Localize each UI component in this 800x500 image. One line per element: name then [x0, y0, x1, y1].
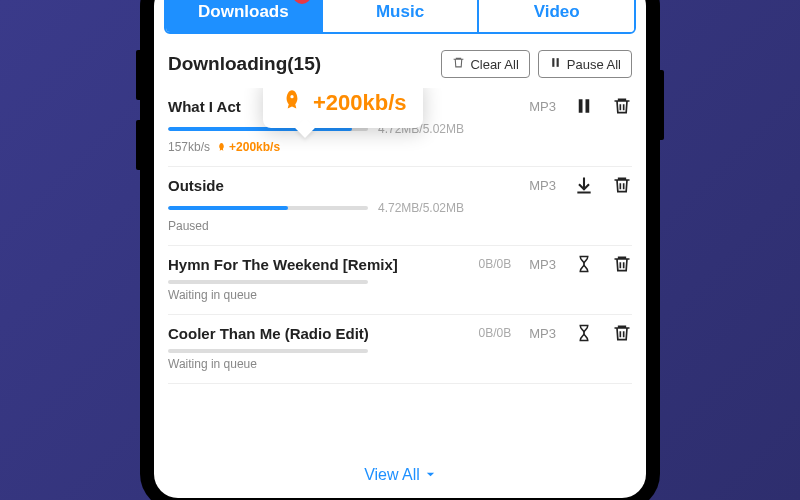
svg-rect-0 [552, 58, 554, 67]
tab-downloads[interactable]: Downloads [166, 0, 321, 32]
progress-bar [168, 349, 368, 353]
tab-bar: Downloads Music Video [164, 0, 636, 34]
boost-text: +200kb/s [229, 140, 280, 154]
svg-point-2 [290, 95, 293, 98]
download-item: +200kb/s What I Act MP3 [168, 88, 632, 167]
list-header: Downloading(15) Clear All Pause All [154, 44, 646, 88]
tab-video[interactable]: Video [477, 0, 634, 32]
view-all-button[interactable]: View All [154, 452, 646, 498]
delete-button[interactable] [612, 96, 632, 116]
item-status: Paused [168, 219, 632, 233]
clear-all-button[interactable]: Clear All [441, 50, 529, 78]
progress-bar [168, 280, 368, 284]
svg-rect-1 [556, 58, 558, 67]
waiting-icon[interactable] [574, 323, 594, 343]
notification-badge [293, 0, 311, 4]
item-title: Hymn For The Weekend [Remix] [168, 256, 479, 273]
item-title: Outside [168, 177, 529, 194]
item-format: MP3 [529, 257, 556, 272]
item-title: Cooler Than Me (Radio Edit) [168, 325, 479, 342]
pause-all-button[interactable]: Pause All [538, 50, 632, 78]
header-actions: Clear All Pause All [441, 50, 632, 78]
download-item: Cooler Than Me (Radio Edit) 0B/0B MP3 [168, 315, 632, 384]
item-status: 157kb/s +200kb/s [168, 140, 632, 154]
tab-music[interactable]: Music [321, 0, 478, 32]
item-status: Waiting in queue [168, 288, 632, 302]
progress-bar [168, 206, 368, 210]
tab-label: Video [534, 2, 580, 21]
download-list: +200kb/s What I Act MP3 [154, 88, 646, 452]
delete-button[interactable] [612, 254, 632, 274]
pause-icon [549, 56, 562, 72]
item-size: 4.72MB/5.02MB [378, 201, 464, 215]
download-item: Hymn For The Weekend [Remix] 0B/0B MP3 [168, 246, 632, 315]
tab-label: Downloads [198, 2, 289, 21]
svg-rect-4 [586, 99, 590, 113]
waiting-icon[interactable] [574, 254, 594, 274]
item-format: MP3 [529, 326, 556, 341]
tab-label: Music [376, 2, 424, 21]
delete-button[interactable] [612, 175, 632, 195]
download-item: Outside MP3 4.72MB/5.02MB Pa [168, 167, 632, 246]
boost-indicator[interactable]: +200kb/s [216, 140, 280, 154]
rocket-icon [279, 88, 305, 118]
item-size: 0B/0B [479, 326, 512, 340]
delete-button[interactable] [612, 323, 632, 343]
item-format: MP3 [529, 99, 556, 114]
page-title: Downloading(15) [168, 53, 321, 75]
boost-tooltip: +200kb/s [263, 88, 423, 128]
tooltip-text: +200kb/s [313, 90, 407, 116]
view-all-label: View All [364, 466, 420, 484]
button-label: Pause All [567, 57, 621, 72]
svg-rect-3 [579, 99, 583, 113]
item-speed: 157kb/s [168, 140, 210, 154]
phone-frame: Downloads Music Video Downloading(15) Cl… [140, 0, 660, 500]
screen: Downloads Music Video Downloading(15) Cl… [154, 0, 646, 498]
chevron-down-icon [425, 466, 436, 484]
pause-button[interactable] [574, 96, 594, 116]
trash-icon [452, 56, 465, 72]
item-size: 0B/0B [479, 257, 512, 271]
resume-button[interactable] [574, 175, 594, 195]
button-label: Clear All [470, 57, 518, 72]
item-format: MP3 [529, 178, 556, 193]
item-status: Waiting in queue [168, 357, 632, 371]
